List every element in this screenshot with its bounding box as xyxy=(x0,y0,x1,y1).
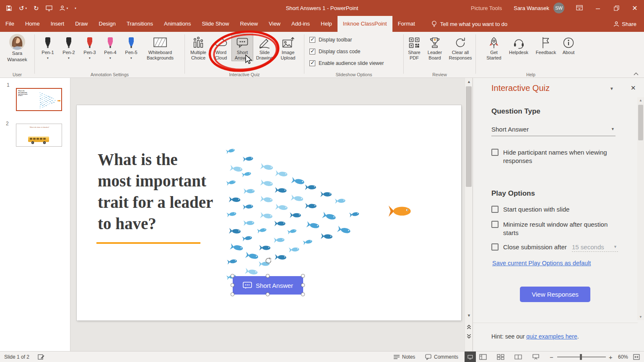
audience-slide-viewer-option[interactable]: Enable audience slide viewer xyxy=(309,60,384,66)
share-button[interactable]: Share xyxy=(606,16,644,32)
view-responses-button[interactable]: View Responses xyxy=(520,287,590,302)
pen-3-button[interactable]: Pen-3 ▾ xyxy=(80,34,99,60)
user-profile-button[interactable]: Sara Wanasek xyxy=(0,34,34,62)
scroll-down-icon[interactable]: ▼ xyxy=(465,313,473,318)
hide-names-checkbox[interactable] xyxy=(491,149,499,156)
display-toolbar-checkbox[interactable] xyxy=(309,37,315,43)
tell-me-box[interactable]: Tell me what you want to do xyxy=(431,16,507,32)
fit-to-window-button[interactable] xyxy=(633,352,640,362)
whiteboard-backgrounds-button[interactable]: Whiteboard Backgrounds xyxy=(140,34,180,61)
feedback-button[interactable]: Feedback xyxy=(534,34,558,56)
minimize-button[interactable] xyxy=(589,0,607,16)
edit-notes-icon[interactable] xyxy=(38,352,45,362)
start-slideshow-icon[interactable] xyxy=(46,5,52,11)
slide-1-thumbnail[interactable]: What is the most important trait for a l… xyxy=(16,88,62,111)
selection-handle-top-right[interactable] xyxy=(301,274,305,278)
pane-scrollbar[interactable]: ▲ ▼ xyxy=(637,97,644,320)
zoom-level[interactable]: 60% xyxy=(618,352,628,362)
tab-file[interactable]: File xyxy=(0,16,20,32)
undo-button[interactable]: ↺▾ xyxy=(19,5,27,11)
selection-handle-bottom-left[interactable] xyxy=(231,292,234,296)
save-icon[interactable] xyxy=(6,5,12,11)
selection-handle-left[interactable] xyxy=(231,283,234,287)
quiz-examples-link[interactable]: quiz examples here xyxy=(526,333,577,340)
selection-handle-top[interactable] xyxy=(266,274,270,278)
close-after-select[interactable]: 15 seconds ▼ xyxy=(572,242,618,252)
pane-options-caret-icon[interactable]: ▼ xyxy=(610,86,614,91)
slide-drawing-button[interactable]: Slide Drawing xyxy=(254,34,275,61)
start-question-checkbox[interactable] xyxy=(491,206,499,213)
next-slide-button[interactable] xyxy=(466,334,472,339)
reading-view-button[interactable] xyxy=(514,352,522,362)
scrollbar-thumb[interactable] xyxy=(466,86,472,187)
avatar[interactable]: SW xyxy=(553,3,564,13)
tab-draw[interactable]: Draw xyxy=(70,16,93,32)
multiple-choice-button[interactable]: Multiple Choice xyxy=(187,34,209,61)
orange-fish-image[interactable] xyxy=(388,203,415,219)
zoom-slider[interactable] xyxy=(557,352,606,362)
tab-help[interactable]: Help xyxy=(315,16,338,32)
display-class-code-option[interactable]: Display class code xyxy=(309,49,360,54)
tab-animations[interactable]: Animations xyxy=(158,16,196,32)
slide-question-text[interactable]: What is the most important trait for a l… xyxy=(98,149,213,234)
word-cloud-button[interactable]: Word Cloud xyxy=(210,34,232,61)
about-button[interactable]: About xyxy=(559,34,578,56)
tab-design[interactable]: Design xyxy=(93,16,121,32)
close-submission-checkbox[interactable] xyxy=(491,243,499,251)
fish-school-image[interactable] xyxy=(224,144,386,288)
tab-slide-show[interactable]: Slide Show xyxy=(196,16,234,32)
selection-handle-right[interactable] xyxy=(301,283,305,287)
scroll-down-icon[interactable]: ▼ xyxy=(637,315,644,319)
pen-4-button[interactable]: Pen-4 ▾ xyxy=(101,34,120,60)
selection-handle-top-left[interactable] xyxy=(231,274,234,278)
notes-toggle[interactable]: Notes xyxy=(393,352,415,362)
orange-underline-shape[interactable] xyxy=(96,242,200,244)
helpdesk-button[interactable]: Helpdesk xyxy=(507,34,530,56)
short-answer-slide-button[interactable]: Short Answer xyxy=(233,276,303,295)
zoom-out-button[interactable]: − xyxy=(550,352,553,362)
zoom-in-button[interactable]: + xyxy=(609,352,613,362)
get-started-button[interactable]: Get Started xyxy=(483,34,505,61)
slide-sorter-view-button[interactable] xyxy=(497,352,504,362)
scroll-up-icon[interactable]: ▲ xyxy=(465,80,473,84)
tab-inknoe-classpoint[interactable]: Inknoe ClassPoint xyxy=(338,16,392,32)
scroll-up-icon[interactable]: ▲ xyxy=(637,98,644,102)
audience-slide-viewer-checkbox[interactable] xyxy=(309,60,315,66)
pen-5-button[interactable]: Pen-5 ▾ xyxy=(122,34,141,60)
sharing-user-icon[interactable]: ▾ xyxy=(59,5,68,11)
zoom-slider-thumb[interactable] xyxy=(580,354,582,360)
pen-1-button[interactable]: Pen-1 ▾ xyxy=(38,34,57,60)
comments-toggle[interactable]: Comments xyxy=(425,352,458,362)
tab-review[interactable]: Review xyxy=(234,16,263,32)
selection-handle-bottom-right[interactable] xyxy=(301,292,305,296)
question-type-select[interactable]: Short Answer ▼ xyxy=(491,122,615,136)
previous-slide-button[interactable] xyxy=(466,324,472,330)
short-answer-button[interactable]: Short Answer xyxy=(231,34,253,61)
minimize-result-window-option[interactable]: Minimize result window after question st… xyxy=(491,220,618,237)
tab-view[interactable]: View xyxy=(263,16,286,32)
canvas-scrollbar[interactable]: ▲ ▼ xyxy=(465,78,473,351)
rotate-handle[interactable] xyxy=(264,257,272,264)
titlebar-user-name[interactable]: Sara Wanasek xyxy=(514,5,549,11)
slide-editing-surface[interactable]: What is the most important trait for a l… xyxy=(77,105,461,321)
tab-add-ins[interactable]: Add-ins xyxy=(286,16,315,32)
clear-all-responses-button[interactable]: Clear all Responses xyxy=(447,34,473,61)
collapse-ribbon-icon[interactable] xyxy=(632,71,640,77)
redo-button[interactable]: ↻ xyxy=(34,5,39,11)
save-default-link[interactable]: Save current Play Options as default xyxy=(492,260,591,266)
customize-quick-access-caret[interactable]: ▾ xyxy=(75,7,76,10)
tab-home[interactable]: Home xyxy=(20,16,45,32)
pane-close-icon[interactable]: ✕ xyxy=(631,84,636,92)
close-submission-option[interactable]: Close submission after xyxy=(491,243,571,251)
tab-format[interactable]: Format xyxy=(392,16,421,32)
tab-transitions[interactable]: Transitions xyxy=(121,16,158,32)
close-button[interactable]: ✕ xyxy=(626,0,644,16)
display-class-code-checkbox[interactable] xyxy=(309,49,315,54)
restore-button[interactable] xyxy=(607,0,626,16)
start-question-with-slide-option[interactable]: Start question with slide xyxy=(491,205,618,214)
leader-board-button[interactable]: Leader Board xyxy=(425,34,444,61)
pen-2-button[interactable]: Pen-2 ▾ xyxy=(59,34,78,60)
share-pdf-button[interactable]: Share PDF xyxy=(405,34,423,61)
minimize-result-checkbox[interactable] xyxy=(491,221,499,228)
statusbar-dark-tile[interactable] xyxy=(465,352,476,362)
